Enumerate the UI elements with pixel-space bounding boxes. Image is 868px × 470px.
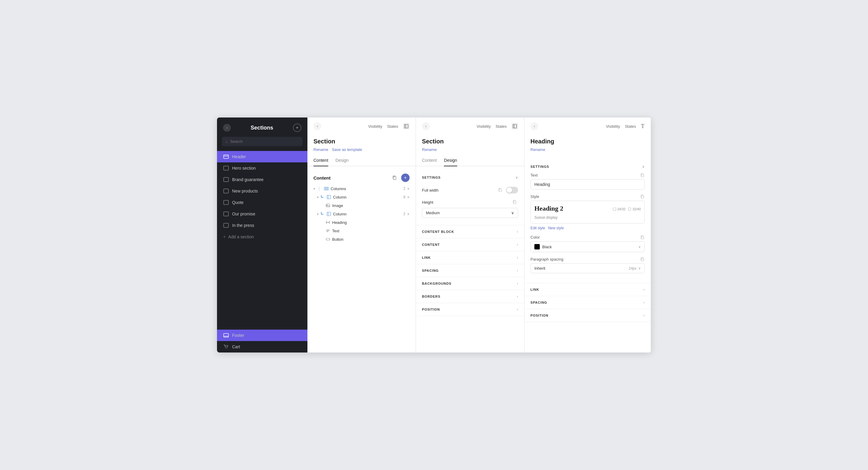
- style-field-group: Style Heading 2: [530, 194, 645, 230]
- panel-heading-settings: ‹ Visibility States 𝕋 Heading Rename SET…: [524, 118, 651, 352]
- heading-spacing-accordion: SPACING ‹: [524, 296, 651, 309]
- panel1-tab-design[interactable]: Design: [336, 155, 349, 166]
- svg-rect-38: [641, 258, 644, 261]
- height-copy-button[interactable]: [512, 199, 518, 206]
- heading-settings-header[interactable]: SETTINGS ∨: [524, 160, 651, 173]
- tree-columns-row[interactable]: ▾ ⋮ Columns 2 +: [307, 184, 415, 193]
- brand-section-icon: [223, 177, 229, 183]
- position-row[interactable]: POSITION ‹: [416, 303, 524, 316]
- tree-column2-count: 2: [403, 212, 405, 216]
- sidebar-item-in-the-press[interactable]: In the press: [217, 220, 307, 231]
- link-row[interactable]: LINK ‹: [416, 251, 524, 264]
- heading-position-header[interactable]: POSITION ‹: [524, 309, 651, 322]
- color-select[interactable]: Black ∨: [530, 241, 645, 252]
- tree-connector-column1: [321, 195, 323, 198]
- tree-column1-row[interactable]: ▾ Column 8 +: [307, 193, 415, 201]
- borders-row[interactable]: BORDERS ‹: [416, 290, 524, 303]
- sidebar-item-label-our-promise: Our promise: [232, 212, 255, 216]
- style-field-copy-icon[interactable]: [641, 195, 645, 199]
- panel1-save-template-link[interactable]: Save as template: [332, 147, 362, 152]
- color-field-copy-icon[interactable]: [641, 235, 645, 240]
- tree-column1-label: Column: [333, 195, 401, 199]
- paragraph-spacing-field-group: Paragraph spacing Inherit 24px: [530, 257, 645, 273]
- style-card-sizes: 24/32 32/40: [613, 207, 641, 211]
- sidebar-item-cart[interactable]: Cart: [217, 341, 307, 352]
- add-section-button[interactable]: + Add a section: [217, 231, 307, 243]
- tree-columns-add[interactable]: +: [407, 186, 410, 191]
- tree-image-row[interactable]: Image: [307, 201, 415, 210]
- tree-column1-add[interactable]: +: [407, 195, 410, 199]
- sidebar-item-header[interactable]: Header: [217, 151, 307, 162]
- spacing-row[interactable]: SPACING ‹: [416, 264, 524, 277]
- content-block-row[interactable]: CONTENT BLOCK ‹: [416, 225, 524, 238]
- svg-rect-2: [224, 166, 228, 170]
- content-section-actions: +: [390, 174, 410, 182]
- tree-connector-column2: [321, 212, 323, 215]
- heading-link-header[interactable]: LINK ‹: [524, 283, 651, 296]
- link-label: LINK: [422, 256, 431, 259]
- style-tablet-size: 32/40: [628, 207, 641, 211]
- panel2-rename-link[interactable]: Rename: [422, 147, 437, 152]
- tree-heading-row[interactable]: Heading: [307, 218, 415, 226]
- panel2-back-button[interactable]: ‹: [422, 122, 430, 130]
- search-input[interactable]: [230, 139, 299, 144]
- svg-rect-6: [224, 212, 228, 216]
- column1-icon: [327, 195, 331, 199]
- sidebar-item-brand[interactable]: Brand guarantee: [217, 174, 307, 185]
- sidebar-collapse-button[interactable]: ‹: [223, 124, 231, 132]
- position-section: POSITION ‹: [416, 303, 524, 316]
- paragraph-spacing-copy-icon[interactable]: [641, 257, 645, 261]
- svg-rect-7: [224, 223, 228, 227]
- paragraph-spacing-select[interactable]: Inherit 24px ∨: [530, 263, 645, 273]
- panel2-links: Rename: [416, 147, 524, 155]
- sidebar-item-our-promise[interactable]: Our promise: [217, 208, 307, 220]
- style-card[interactable]: Heading 2 24/32 32/40: [530, 201, 645, 224]
- panel3-states-label: States: [625, 124, 636, 129]
- sidebar-item-quote[interactable]: Quote: [217, 197, 307, 208]
- settings-toggle-row[interactable]: SETTINGS ∨: [416, 171, 524, 184]
- panel2-tab-design[interactable]: Design: [444, 155, 457, 166]
- text-field-copy-icon[interactable]: [641, 173, 645, 178]
- sidebar-item-new-products[interactable]: New products: [217, 185, 307, 197]
- panel3-back-button[interactable]: ‹: [530, 122, 538, 130]
- height-select[interactable]: Medium ∨: [422, 208, 518, 218]
- backgrounds-row[interactable]: BACKGROUNDS ‹: [416, 277, 524, 290]
- tree-column2-add[interactable]: +: [407, 212, 410, 216]
- full-width-toggle[interactable]: [506, 187, 518, 193]
- cart-section-icon: [223, 344, 229, 350]
- svg-rect-12: [404, 124, 408, 128]
- text-field-input[interactable]: [530, 179, 645, 189]
- borders-section: BORDERS ‹: [416, 290, 524, 303]
- new-style-link[interactable]: New style: [548, 226, 564, 230]
- sidebar-item-footer[interactable]: Footer: [217, 330, 307, 341]
- heading-link-label: LINK: [530, 288, 539, 291]
- sidebar-item-hero[interactable]: Hero section: [217, 162, 307, 174]
- sidebar-add-section-button[interactable]: +: [293, 124, 301, 132]
- footer-section-icon: [223, 332, 229, 338]
- tree-text-row[interactable]: Text: [307, 226, 415, 235]
- tree-button-row[interactable]: Button: [307, 235, 415, 244]
- full-width-copy-button[interactable]: [497, 187, 504, 193]
- panel3-text-format-icon: 𝕋: [641, 123, 645, 130]
- edit-style-link[interactable]: Edit style: [530, 226, 545, 230]
- panel1-back-button[interactable]: ‹: [313, 122, 321, 130]
- panel2-tab-content[interactable]: Content: [422, 155, 437, 166]
- tree-column2-row[interactable]: ▾ Column 2 +: [307, 210, 415, 218]
- style-tablet-size-value: 32/40: [632, 207, 641, 211]
- link-chevron-icon: ‹: [517, 255, 518, 260]
- panel3-rename-link[interactable]: Rename: [530, 147, 545, 152]
- content-add-button[interactable]: +: [401, 174, 410, 182]
- heading-spacing-header[interactable]: SPACING ‹: [524, 296, 651, 309]
- backgrounds-chevron-icon: ‹: [517, 281, 518, 286]
- panel-section-content: ‹ Visibility States Section Rename Save …: [307, 118, 416, 352]
- panel1-tab-content[interactable]: Content: [313, 155, 328, 166]
- svg-rect-34: [613, 208, 616, 210]
- content-design-row[interactable]: CONTENT ‹: [416, 238, 524, 251]
- style-font-name: Suisse display: [534, 215, 558, 220]
- panel2-title: Section: [422, 138, 444, 145]
- panel1-rename-link[interactable]: Rename: [313, 147, 328, 152]
- svg-rect-32: [641, 174, 644, 177]
- full-width-controls: [497, 187, 518, 193]
- settings-chevron-icon: ∨: [516, 175, 518, 180]
- content-copy-button[interactable]: [390, 174, 399, 182]
